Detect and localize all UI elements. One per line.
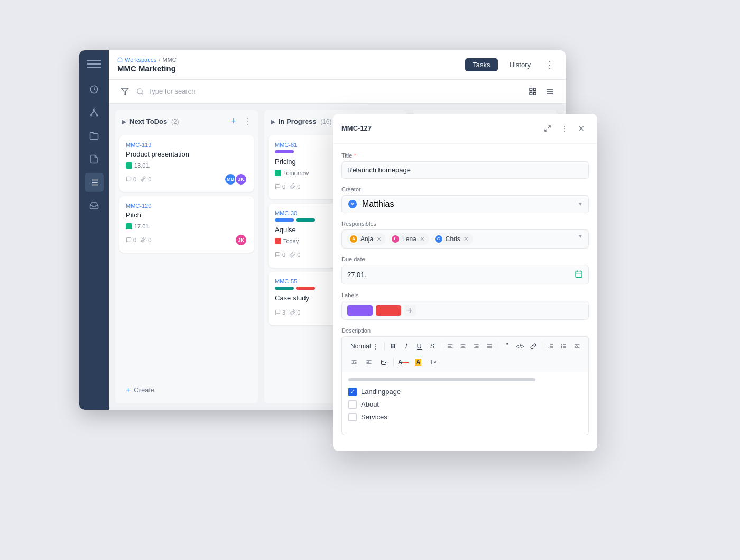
align-center-button[interactable] (457, 340, 469, 353)
checklist-item-landingpage: Landingpage (348, 388, 582, 396)
search-input[interactable] (148, 87, 254, 95)
list-view-button[interactable] (542, 84, 557, 99)
svg-point-3 (96, 114, 98, 116)
checkbox-about[interactable] (348, 400, 357, 409)
menu-toggle-button[interactable] (85, 57, 104, 71)
responsibles-arrow-icon: ▼ (578, 233, 583, 239)
card-id: MMC-120 (126, 203, 247, 209)
color-bar (296, 287, 315, 290)
check-label-services: Services (361, 413, 387, 421)
card-date: 17.01. (126, 223, 247, 229)
svg-marker-12 (121, 88, 128, 95)
attachment-count: 0 (290, 309, 300, 316)
svg-rect-17 (530, 92, 532, 95)
column-chevron-next-todos[interactable]: ▶ (122, 118, 126, 125)
comment-count: 0 (275, 252, 285, 258)
svg-line-23 (545, 129, 547, 131)
card-meta: 0 0 (275, 252, 300, 258)
responsible-remove-button[interactable]: ✕ (420, 235, 425, 243)
modal-close-button[interactable]: ✕ (574, 121, 589, 136)
italic-button[interactable]: I (400, 340, 412, 353)
text-style-select[interactable]: Normal ⋮ (347, 342, 382, 351)
responsible-name: Chris (446, 235, 460, 243)
card-mmc-120[interactable]: MMC-120 Pitch 17.01. 0 (119, 196, 254, 253)
svg-point-46 (561, 344, 562, 345)
calendar-icon (575, 270, 583, 280)
responsibles-field[interactable]: A Anja ✕ L Lena ✕ C Chris ✕ ▼ (341, 229, 589, 249)
history-tab-button[interactable]: History (502, 58, 538, 71)
date-icon (126, 162, 132, 169)
outdent-button[interactable] (347, 356, 361, 369)
align-justify-button[interactable] (483, 340, 495, 353)
svg-line-5 (94, 111, 97, 115)
link-button[interactable] (527, 340, 539, 353)
grid-view-button[interactable] (525, 84, 540, 99)
image-button[interactable] (377, 356, 391, 369)
description-content[interactable]: Landingpage About Services (341, 372, 589, 435)
card-mmc-119[interactable]: MMC-119 Product presentation 13.01. (119, 135, 254, 192)
responsible-remove-button[interactable]: ✕ (376, 235, 382, 243)
labels-field-group: Labels + (341, 292, 589, 320)
align-left-button[interactable] (444, 340, 456, 353)
check-label-landingpage: Landingpage (361, 388, 401, 396)
tasks-tab-button[interactable]: Tasks (465, 58, 497, 71)
description-toolbar: Normal ⋮ B I U S (341, 336, 589, 372)
underline-button[interactable]: U (413, 340, 426, 353)
responsible-name: Anja (360, 235, 373, 243)
responsible-tag-lena: L Lena ✕ (389, 233, 429, 245)
card-meta: 3 0 (275, 309, 300, 316)
sidebar-icon-clock[interactable] (85, 80, 104, 99)
sidebar-icon-network[interactable] (85, 103, 104, 122)
due-date-value: 27.01. (347, 271, 575, 279)
sidebar-icon-inbox[interactable] (85, 196, 104, 215)
align-right-button[interactable] (470, 340, 483, 353)
clear-format-button[interactable]: Tx (426, 356, 440, 369)
sidebar-icon-list[interactable] (85, 173, 104, 192)
checkbox-services[interactable] (348, 413, 357, 421)
create-task-button[interactable]: + Create (119, 381, 254, 399)
header-right: Tasks History ⋮ (465, 57, 557, 72)
sidebar-icon-folder[interactable] (85, 126, 104, 145)
column-next-todos: ▶ Next ToDos (2) + ⋮ MMC-119 Product pre… (115, 110, 258, 403)
responsible-remove-button[interactable]: ✕ (464, 235, 469, 243)
modal-header-actions: ⋮ ✕ (540, 121, 589, 136)
creator-field-select[interactable]: M Matthias ▼ (341, 195, 589, 213)
unordered-list-button[interactable] (558, 340, 570, 353)
font-color-button[interactable]: A (396, 356, 410, 369)
due-date-field-group: Due date 27.01. (341, 256, 589, 284)
title-field-label: Title (341, 152, 589, 159)
indent-button[interactable] (571, 340, 583, 353)
due-date-field[interactable]: 27.01. (341, 265, 589, 284)
blockquote-button[interactable]: " (501, 340, 513, 353)
color-bar (296, 218, 315, 222)
column-dots-next-todos[interactable]: ⋮ (243, 116, 252, 126)
desc-divider (348, 378, 535, 381)
svg-point-47 (561, 346, 562, 346)
checklist-item-about: About (348, 400, 582, 409)
header-more-button[interactable]: ⋮ (542, 57, 557, 72)
label-red[interactable] (376, 305, 401, 316)
responsible-tag-anja: A Anja ✕ (347, 233, 386, 245)
modal-expand-button[interactable] (540, 121, 555, 136)
code-button[interactable]: </> (514, 340, 526, 353)
card-footer: 0 0 MB JK (126, 173, 247, 186)
sidebar-icon-document[interactable] (85, 150, 104, 169)
attachment-count: 0 (141, 176, 151, 182)
checkbox-landingpage[interactable] (348, 388, 357, 396)
modal-more-button[interactable]: ⋮ (557, 121, 572, 136)
date-icon (126, 223, 132, 229)
title-field-value[interactable]: Relaunch homepage (341, 161, 589, 179)
breadcrumb-workspaces-link[interactable]: Workspaces (125, 57, 156, 63)
color-bar (275, 150, 294, 153)
column-chevron-in-progress[interactable]: ▶ (271, 118, 275, 125)
label-add-button[interactable]: + (404, 305, 416, 316)
bold-button[interactable]: B (387, 340, 400, 353)
indent-button-2[interactable] (362, 356, 376, 369)
ordered-list-button[interactable] (545, 340, 557, 353)
font-highlight-button[interactable]: A (411, 356, 425, 369)
description-field-group: Description Normal ⋮ B I U S (341, 327, 589, 435)
filter-button[interactable] (117, 84, 132, 99)
strikethrough-button[interactable]: S (427, 340, 439, 353)
label-purple[interactable] (347, 305, 373, 316)
column-add-button-next-todos[interactable]: + (227, 115, 240, 128)
